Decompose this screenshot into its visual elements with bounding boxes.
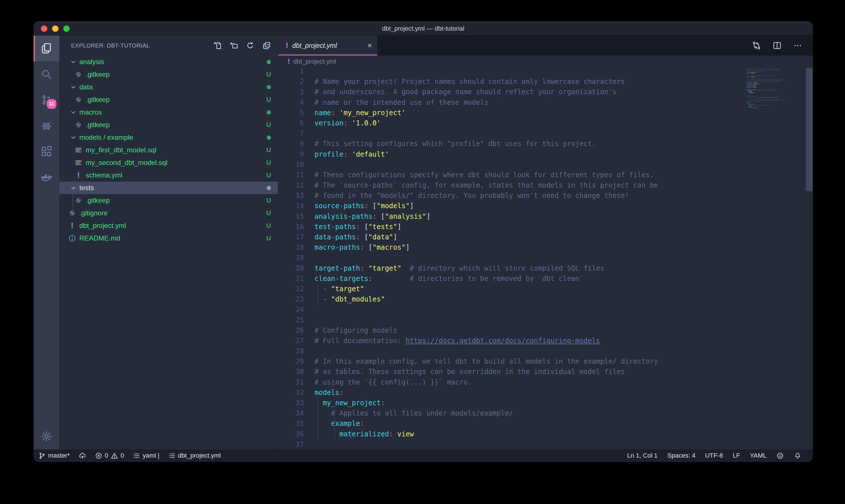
code-line[interactable]: 17data-paths: ["data"] <box>278 232 658 242</box>
chevron-down-icon <box>70 134 77 141</box>
status-indentation[interactable]: Spaces: 4 <box>667 452 696 459</box>
explorer-title: EXPLORER: DBT-TUTORIAL <box>71 42 213 49</box>
tree-item--gitkeep[interactable]: .gitkeepU <box>59 93 278 106</box>
list-icon <box>132 452 140 460</box>
code-line[interactable]: 1 <box>278 67 658 76</box>
code-line[interactable]: 12# The `source-paths` config, for examp… <box>278 180 658 191</box>
code-line[interactable]: 24 <box>278 304 658 315</box>
tree-item-analysis[interactable]: analysis <box>59 56 278 68</box>
code-line[interactable]: 22 - "target" <box>278 284 658 294</box>
code-line[interactable]: 30# as tables. These settings can be ove… <box>278 366 658 377</box>
code-line[interactable]: 16test-paths: ["tests"] <box>278 222 658 232</box>
tree-item-schema-yml[interactable]: !schema.ymlU <box>59 169 278 182</box>
bug-icon <box>40 120 53 132</box>
code-line[interactable]: 4# name or the intended use of these mod… <box>278 97 658 108</box>
breadcrumb-file-label[interactable]: dbt_project.yml <box>293 58 336 65</box>
split-editor-button[interactable] <box>772 41 782 50</box>
open-changes-button[interactable] <box>752 41 761 50</box>
code-line[interactable]: 31# using the `{{ config(...) }}` macro. <box>278 377 658 388</box>
status-eol[interactable]: LF <box>733 452 740 459</box>
line-number: 11 <box>278 170 304 180</box>
file-tree: analysis.gitkeepUdata.gitkeepUmacros.git… <box>59 56 278 449</box>
code-line[interactable]: 34 # Applies to all files under models/e… <box>278 408 658 418</box>
code-line[interactable]: 18macro-paths: ["macros"] <box>278 242 658 253</box>
activity-item-settings[interactable] <box>34 424 59 449</box>
activity-item-explorer[interactable] <box>34 36 59 61</box>
code-line[interactable]: 27# Full documentation: https://docs.get… <box>278 336 658 346</box>
collapse-all-button[interactable] <box>262 41 271 50</box>
tree-item--gitkeep[interactable]: .gitkeepU <box>59 194 278 207</box>
tree-item--gitkeep[interactable]: .gitkeepU <box>59 119 278 131</box>
activity-item-search[interactable] <box>34 61 59 87</box>
code-line[interactable]: 7 <box>278 128 658 139</box>
git-modified-dot <box>267 186 271 190</box>
code-line[interactable]: 28 <box>278 346 658 356</box>
tree-item-my-first-dbt-model-sql[interactable]: my_first_dbt_model.sqlU <box>59 144 278 156</box>
breadcrumb[interactable]: ! dbt_project.yml <box>278 56 813 67</box>
code-line[interactable]: 6version: '1.0.0' <box>278 118 658 128</box>
minimap[interactable]: 12# Name your project! Project names sho… <box>743 67 798 239</box>
code-line[interactable]: 10 <box>278 160 658 170</box>
docs-link[interactable]: https://docs.getdbt.com/docs/configuring… <box>406 337 600 345</box>
more-actions-button[interactable] <box>793 41 803 50</box>
code-line[interactable]: 21clean-targets: # directories to be rem… <box>278 273 658 284</box>
code-line[interactable]: 32models: <box>278 388 658 398</box>
code-line[interactable]: 9profile: 'default' <box>278 149 658 160</box>
code-line[interactable]: 19 <box>278 253 658 263</box>
activity-item-extensions[interactable] <box>34 139 59 164</box>
code-line[interactable]: 33 my_new_project: <box>278 398 658 408</box>
code-line[interactable]: 13# found in the "models/" directory. Yo… <box>278 191 658 201</box>
close-window-button[interactable] <box>41 25 47 32</box>
line-number: 37 <box>278 439 304 449</box>
code-line[interactable]: 36 materialized: view <box>278 429 658 439</box>
code-line[interactable]: 20target-path: "target" # directory whic… <box>278 263 658 273</box>
code-line[interactable]: 5name: 'my_new_project' <box>278 108 658 118</box>
code-line[interactable]: 3# and underscores. A good package name … <box>278 87 658 97</box>
activity-item-docker[interactable] <box>34 164 59 190</box>
status-language-mode[interactable]: YAML <box>750 452 767 459</box>
code-line[interactable]: 8# This setting configures which "profil… <box>278 139 658 149</box>
close-tab-icon[interactable]: × <box>367 41 372 50</box>
tree-item-macros[interactable]: macros <box>59 106 278 119</box>
tree-item-dbt-project-yml[interactable]: !dbt_project.ymlU <box>59 219 278 232</box>
status-outline-language[interactable]: yaml | <box>132 452 159 460</box>
error-icon <box>95 452 103 460</box>
status-cursor-position[interactable]: Ln 1, Col 1 <box>627 452 658 459</box>
new-folder-button[interactable] <box>230 41 238 50</box>
status-git-branch[interactable]: master* <box>38 452 70 460</box>
tree-item-data[interactable]: data <box>59 81 278 93</box>
tree-item-tests[interactable]: tests <box>59 182 278 194</box>
editor-scrollbar[interactable] <box>806 68 813 191</box>
code-line[interactable]: 23 - "dbt_modules" <box>278 294 658 304</box>
code-line[interactable]: 26# Configuring models <box>278 325 658 336</box>
code-line[interactable]: 15analysis-paths: ["analysis"] <box>278 211 658 222</box>
tab-dbt-project-yml[interactable]: ! dbt_project.yml × <box>278 36 377 56</box>
tree-item-models-example[interactable]: models / example <box>59 131 278 144</box>
zoom-window-button[interactable] <box>63 25 70 32</box>
status-encoding[interactable]: UTF-8 <box>705 452 723 459</box>
tree-item-label: models / example <box>79 133 267 142</box>
tree-item--gitkeep[interactable]: .gitkeepU <box>59 68 278 81</box>
code-editor[interactable]: 12# Name your project! Project names sho… <box>278 67 813 449</box>
status-sync[interactable] <box>78 452 86 460</box>
status-problems[interactable]: 00 <box>95 452 124 460</box>
code-line[interactable]: 37 <box>278 439 658 449</box>
tree-item--gitignore[interactable]: .gitignoreU <box>59 207 278 219</box>
refresh-button[interactable] <box>246 41 255 50</box>
status-notifications[interactable] <box>794 452 802 460</box>
code-line[interactable]: 11# These configurations specify where d… <box>278 170 658 180</box>
code-line[interactable]: 2# Name your project! Project names shou… <box>278 76 658 87</box>
code-line[interactable]: 14source-paths: ["models"] <box>278 201 658 211</box>
activity-item-debug[interactable] <box>34 113 59 139</box>
new-file-button[interactable] <box>213 41 222 50</box>
tree-item-my-second-dbt-model-sql[interactable]: my_second_dbt_model.sqlU <box>59 156 278 169</box>
status-outline-file[interactable]: dbt_project.yml <box>168 452 221 460</box>
tree-item-readme-md[interactable]: README.mdU <box>59 232 278 245</box>
activity-item-source-control[interactable]: 11 <box>34 87 59 113</box>
line-number: 5 <box>278 108 304 118</box>
code-line[interactable]: 25 <box>278 315 658 325</box>
status-feedback[interactable] <box>776 452 784 460</box>
minimize-window-button[interactable] <box>52 25 58 32</box>
code-line[interactable]: 29# In this example config, we tell dbt … <box>278 356 658 366</box>
code-line[interactable]: 35 example: <box>278 418 658 429</box>
